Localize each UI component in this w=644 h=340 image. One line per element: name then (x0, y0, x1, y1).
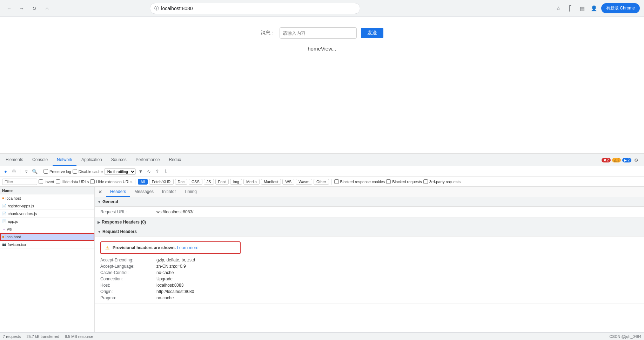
watermark: CSDN @jqh_0484 (609, 334, 641, 339)
list-item[interactable]: ↔ ws (0, 225, 94, 233)
accept-language-row: Accept-Language: zh-CN,zh;q=0.9 (100, 263, 638, 269)
filter-fetch-xhr[interactable]: Fetch/XHR (149, 179, 174, 185)
general-label: General (102, 199, 118, 204)
throttle-select[interactable]: No throttling (104, 168, 136, 175)
item-name: favicon.ico (8, 242, 26, 247)
devtools-corner-icons: ✖ 2 △ 2 ▶ 2 ⚙ (602, 156, 643, 164)
filter-other[interactable]: Other (314, 179, 329, 185)
disable-cache-checkbox[interactable] (73, 169, 77, 174)
message-label: 消息： (261, 30, 275, 36)
import-btn[interactable]: ⇧ (154, 168, 161, 175)
close-detail-button[interactable]: ✕ (96, 188, 105, 196)
hide-data-urls-label[interactable]: Hide data URLs (56, 179, 89, 184)
hide-ext-urls-checkbox[interactable] (90, 179, 95, 184)
filter-img[interactable]: Img (230, 179, 242, 185)
settings-button[interactable]: ⚙ (633, 156, 640, 164)
back-button[interactable]: ← (4, 4, 14, 13)
preserve-log-checkbox[interactable] (43, 169, 48, 174)
general-section-body: Request URL: ws://localhost:8083/ (95, 207, 644, 218)
detail-tab-headers[interactable]: Headers (106, 187, 130, 197)
filter-button[interactable]: ▿ (23, 168, 30, 175)
cache-control-val: no-cache (156, 270, 174, 275)
invert-label[interactable]: Invert (39, 179, 54, 184)
doc-icon: ■ (2, 235, 4, 239)
detail-tab-initiator[interactable]: Initiator (158, 187, 180, 197)
filter-ws[interactable]: WS (282, 179, 294, 185)
item-name: localhost (6, 196, 21, 200)
general-section-header[interactable]: ▼ General (95, 197, 644, 207)
cache-control-row: Cache-Control: no-cache (100, 269, 638, 276)
network-list: Name ■ localhost 📄 register-apps.js 📄 ch… (0, 187, 95, 332)
tab-sources[interactable]: Sources (107, 154, 131, 166)
search-button[interactable]: 🔍 (31, 168, 38, 175)
blocked-cookies-label[interactable]: Blocked response cookies (334, 179, 385, 184)
throttle-dropdown-btn[interactable]: ▼ (137, 168, 144, 175)
origin-key: Origin: (100, 289, 156, 294)
blocked-requests-checkbox[interactable] (386, 179, 391, 184)
transferred-size: 25.7 kB transferred (26, 334, 59, 339)
clear-button[interactable]: ♾ (11, 168, 18, 175)
request-headers-section-header[interactable]: ▼ Request Headers (95, 227, 644, 236)
filter-doc[interactable]: Doc (175, 179, 188, 185)
bookmark-button[interactable]: ☆ (554, 4, 563, 13)
pragma-row: Pragma: no-cache (100, 295, 638, 301)
tab-application[interactable]: Application (77, 154, 106, 166)
js-icon: 📄 (2, 204, 6, 208)
tab-redux[interactable]: Redux (165, 154, 186, 166)
third-party-label[interactable]: 3rd-party requests (423, 179, 461, 184)
reload-button[interactable]: ↻ (29, 4, 39, 13)
hide-data-urls-checkbox[interactable] (56, 179, 60, 184)
export-btn[interactable]: ⇩ (162, 168, 169, 175)
filter-media[interactable]: Media (243, 179, 260, 185)
filter-font[interactable]: Font (215, 179, 229, 185)
filter-js[interactable]: JS (204, 179, 214, 185)
disable-cache-label[interactable]: Disable cache (73, 169, 103, 174)
extensions-button[interactable]: ▤ (577, 4, 587, 13)
pragma-key: Pragma: (100, 295, 156, 300)
list-item[interactable]: 📷 favicon.ico (0, 241, 94, 248)
tab-console[interactable]: Console (28, 154, 52, 166)
filter-input[interactable] (2, 179, 37, 185)
item-name: app.js (8, 219, 18, 224)
tab-performance[interactable]: Performance (132, 154, 164, 166)
detail-tab-timing[interactable]: Timing (180, 187, 201, 197)
ws-icon: ↔ (2, 227, 6, 231)
list-item-selected[interactable]: ■ localhost (0, 233, 94, 241)
blocked-cookies-checkbox[interactable] (334, 179, 339, 184)
preserve-log-label[interactable]: Preserve log (43, 169, 71, 174)
invert-checkbox[interactable] (39, 179, 43, 184)
tab-elements[interactable]: Elements (1, 154, 27, 166)
invert-text: Invert (45, 180, 54, 184)
general-arrow: ▼ (98, 200, 101, 204)
filter-all[interactable]: All (138, 179, 148, 185)
request-headers-body: ⚠ Provisional headers are shown. Learn m… (95, 236, 644, 304)
browser-chrome: ← → ↻ ⌂ ⓘ localhost:8080 ☆ ⎡ ▤ 👤 有新版 Chr… (0, 0, 644, 17)
message-input[interactable] (280, 27, 357, 39)
list-item[interactable]: 📄 app.js (0, 218, 94, 225)
url-text: localhost:8080 (161, 6, 193, 11)
list-item[interactable]: ■ localhost (0, 194, 94, 202)
filter-wasm[interactable]: Wasm (296, 179, 312, 185)
list-item[interactable]: 📄 register-apps.js (0, 202, 94, 210)
third-party-checkbox[interactable] (423, 179, 428, 184)
list-item[interactable]: 📄 chunk-vendors.js (0, 210, 94, 218)
tab-network[interactable]: Network (53, 154, 76, 166)
response-headers-section-header[interactable]: ▶ Response Headers (0) (95, 218, 644, 227)
address-bar[interactable]: ⓘ localhost:8080 (150, 3, 360, 14)
filter-css[interactable]: CSS (189, 179, 202, 185)
detail-tab-messages[interactable]: Messages (130, 187, 158, 197)
blocked-requests-text: Blocked requests (392, 180, 422, 184)
update-button[interactable]: 有新版 Chrome (601, 3, 640, 13)
filter-manifest[interactable]: Manifest (261, 179, 281, 185)
performance-monitor-button[interactable]: ⎡ (565, 4, 575, 13)
learn-more-link[interactable]: Learn more (177, 245, 198, 250)
home-view-text: homeView... (308, 46, 336, 52)
home-button[interactable]: ⌂ (42, 4, 52, 13)
record-button[interactable]: ● (2, 168, 9, 175)
cache-control-key: Cache-Control: (100, 270, 156, 275)
hide-ext-urls-label[interactable]: Hide extension URLs (90, 179, 132, 184)
blocked-requests-label[interactable]: Blocked requests (386, 179, 422, 184)
forward-button[interactable]: → (17, 4, 27, 13)
profile-button[interactable]: 👤 (589, 4, 599, 13)
send-button[interactable]: 发送 (361, 28, 383, 38)
